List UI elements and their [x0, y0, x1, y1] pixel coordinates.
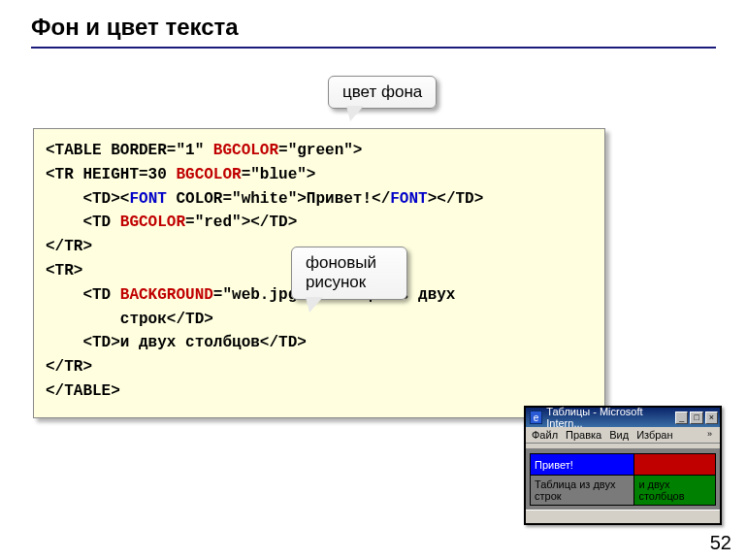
code: <TD — [46, 286, 120, 304]
code: </TABLE> — [46, 382, 120, 400]
code: COLOR="white">Привет!</ — [167, 190, 390, 208]
code: <TD>< — [46, 190, 129, 208]
code: ="green"> — [278, 142, 362, 159]
callout-tail — [306, 297, 323, 313]
code: ></TD> — [428, 190, 484, 208]
callout-background: фоновый рисунок — [291, 247, 407, 300]
code-kw: FONT — [390, 190, 427, 208]
code: </TR> — [46, 358, 92, 376]
menu-fav[interactable]: Избран — [636, 429, 672, 441]
code-kw: BACKGROUND — [120, 286, 213, 304]
status-bar — [526, 510, 720, 523]
menu-file[interactable]: Файл — [532, 429, 558, 441]
page-number: 52 — [710, 532, 731, 554]
code: </TR> — [46, 238, 92, 255]
menu-view[interactable]: Вид — [609, 429, 629, 441]
code: <TR> — [46, 262, 82, 280]
code: <TD>и двух столбцов</TD> — [46, 334, 307, 351]
browser-body: Привет! Таблица из двух строк и двух сто… — [526, 449, 720, 510]
cell-bgimg: Таблица из двух строк — [531, 476, 634, 506]
code-kw: FONT — [129, 190, 166, 208]
code: <TABLE BORDER="1" — [46, 142, 213, 159]
ie-icon: e — [530, 411, 542, 424]
code-kw: BGCOLOR — [176, 166, 241, 183]
cell-red — [634, 454, 716, 476]
slide-title: Фон и цвет текста — [0, 0, 747, 47]
window-titlebar: e Таблицы - Microsoft Intern... _ □ × — [526, 408, 720, 427]
close-button[interactable]: × — [705, 412, 718, 424]
cell-green: и двух столбцов — [634, 476, 716, 506]
code-kw: BGCOLOR — [213, 142, 278, 159]
title-rule — [31, 47, 716, 49]
cell-hi: Привет! — [531, 454, 634, 476]
code: <TD — [46, 214, 120, 231]
code: ="blue"> — [242, 166, 316, 183]
callout-bgcolor-text: цвет фона — [342, 82, 422, 101]
browser-window: e Таблицы - Microsoft Intern... _ □ × Фа… — [524, 406, 722, 525]
menu-bar: Файл Правка Вид Избран » — [526, 427, 720, 444]
minimize-button[interactable]: _ — [675, 412, 688, 424]
window-title: Таблицы - Microsoft Intern... — [546, 406, 673, 429]
table-row: Таблица из двух строк и двух столбцов — [531, 476, 716, 506]
callout-background-text: фоновый рисунок — [306, 253, 376, 291]
demo-table: Привет! Таблица из двух строк и двух сто… — [530, 453, 716, 506]
menu-edit[interactable]: Правка — [566, 429, 601, 441]
code-kw: BGCOLOR — [120, 214, 185, 231]
menu-more-icon[interactable]: » — [705, 429, 714, 441]
callout-tail — [346, 106, 364, 121]
table-row: Привет! — [531, 454, 716, 476]
callout-bgcolor: цвет фона — [328, 76, 437, 109]
maximize-button[interactable]: □ — [690, 412, 702, 424]
code: ="red"></TD> — [185, 214, 297, 231]
code: строк</TD> — [46, 311, 213, 328]
code: <TR HEIGHT=30 — [46, 166, 176, 183]
